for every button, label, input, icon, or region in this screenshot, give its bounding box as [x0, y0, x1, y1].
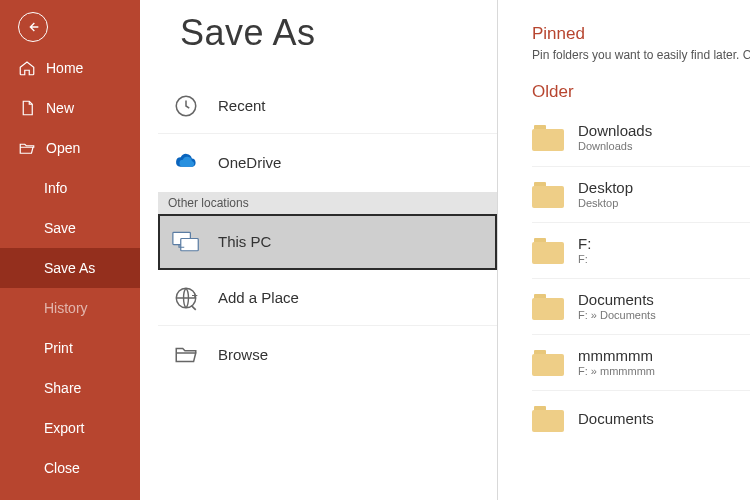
sidebar-item-open[interactable]: Open	[0, 128, 140, 168]
folder-row[interactable]: F:F:	[532, 222, 750, 278]
sidebar-item-saveas[interactable]: Save As	[0, 248, 140, 288]
folder-icon	[532, 182, 564, 208]
folder-path: Downloads	[578, 140, 652, 153]
sidebar-item-close[interactable]: Close	[0, 448, 140, 488]
location-label: This PC	[218, 233, 271, 250]
location-label: Browse	[218, 346, 268, 363]
other-locations-label: Other locations	[158, 192, 497, 214]
sidebar-item-label: Save	[44, 220, 76, 236]
sidebar-item-label: Home	[46, 60, 83, 76]
folder-path: F:	[578, 253, 591, 266]
sidebar-item-export[interactable]: Export	[0, 408, 140, 448]
location-browse[interactable]: Browse	[158, 326, 497, 382]
back-button[interactable]	[18, 12, 48, 42]
folder-name: mmmmmm	[578, 347, 655, 365]
sidebar-item-label: Close	[44, 460, 80, 476]
sidebar-item-label: Share	[44, 380, 81, 396]
onedrive-icon	[172, 148, 200, 176]
location-label: OneDrive	[218, 154, 281, 171]
sidebar-item-history[interactable]: History	[0, 288, 140, 328]
folder-path: F: » Documents	[578, 309, 656, 322]
older-heading: Older	[532, 82, 750, 102]
location-label: Add a Place	[218, 289, 299, 306]
sidebar-item-label: Info	[44, 180, 67, 196]
location-thispc[interactable]: This PC	[158, 214, 497, 270]
pinned-subtext: Pin folders you want to easily find late…	[532, 48, 750, 62]
pinned-heading: Pinned	[532, 24, 750, 44]
locations-pane: Save As RecentOneDrive Other locations T…	[140, 0, 498, 500]
page-title: Save As	[140, 0, 497, 78]
location-recent[interactable]: Recent	[158, 78, 497, 134]
folder-path: Desktop	[578, 197, 633, 210]
sidebar-item-save[interactable]: Save	[0, 208, 140, 248]
folder-row[interactable]: DocumentsF: » Documents	[532, 278, 750, 334]
folder-name: Documents	[578, 291, 656, 309]
folder-name: Desktop	[578, 179, 633, 197]
folder-row[interactable]: Documents	[532, 390, 750, 446]
document-icon	[18, 99, 36, 117]
folder-icon	[532, 406, 564, 432]
sidebar-item-label: New	[46, 100, 74, 116]
folder-row[interactable]: DesktopDesktop	[532, 166, 750, 222]
sidebar-item-print[interactable]: Print	[0, 328, 140, 368]
sidebar-item-label: Export	[44, 420, 84, 436]
sidebar-item-share[interactable]: Share	[0, 368, 140, 408]
sidebar-item-label: Save As	[44, 260, 95, 276]
folder-name: Documents	[578, 410, 654, 428]
folder-row[interactable]: mmmmmmF: » mmmmmm	[532, 334, 750, 390]
sidebar-item-label: History	[44, 300, 88, 316]
sidebar-item-label: Open	[46, 140, 80, 156]
clock-icon	[172, 92, 200, 120]
folder-icon	[532, 125, 564, 151]
location-label: Recent	[218, 97, 266, 114]
arrow-left-icon	[24, 18, 42, 36]
sidebar-item-home[interactable]: Home	[0, 48, 140, 88]
folder-path: F: » mmmmmm	[578, 365, 655, 378]
folder-open-icon	[18, 139, 36, 157]
folder-name: F:	[578, 235, 591, 253]
sidebar-item-info[interactable]: Info	[0, 168, 140, 208]
folder-icon	[532, 238, 564, 264]
globe-icon: +	[172, 284, 200, 312]
browse-icon	[172, 340, 200, 368]
svg-text:+: +	[191, 289, 197, 301]
folder-icon	[532, 294, 564, 320]
folder-name: Downloads	[578, 122, 652, 140]
location-addplace[interactable]: +Add a Place	[158, 270, 497, 326]
folder-pane: Pinned Pin folders you want to easily fi…	[498, 0, 750, 500]
this-pc-icon	[172, 228, 200, 256]
backstage-sidebar: HomeNewOpenInfoSaveSave AsHistoryPrintSh…	[0, 0, 140, 500]
folder-row[interactable]: DownloadsDownloads	[532, 110, 750, 166]
sidebar-item-label: Print	[44, 340, 73, 356]
home-icon	[18, 59, 36, 77]
location-onedrive[interactable]: OneDrive	[158, 134, 497, 190]
sidebar-item-new[interactable]: New	[0, 88, 140, 128]
svg-rect-2	[181, 238, 199, 250]
folder-icon	[532, 350, 564, 376]
